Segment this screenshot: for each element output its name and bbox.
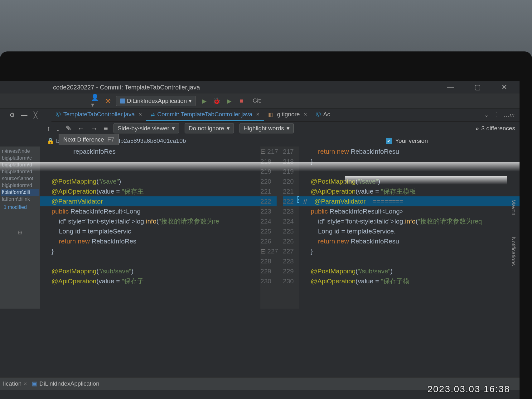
tooltip-next-difference: Next Difference F7 bbox=[59, 134, 119, 145]
code-line[interactable]: repackInfoRes bbox=[40, 147, 260, 156]
settings-gear-icon[interactable]: ⚙ bbox=[9, 111, 15, 119]
gear-icon[interactable]: ⚙ bbox=[1, 210, 39, 236]
run-configuration-dropdown[interactable]: DiLinkIndexApplication ▾ bbox=[116, 96, 196, 106]
code-line[interactable]: return new RebackInfoResu bbox=[299, 236, 520, 246]
code-line[interactable]: » @ParamValidator bbox=[40, 196, 260, 206]
chevron-down-icon: ▾ bbox=[227, 125, 230, 132]
highlight-dropdown[interactable]: Highlight words▾ bbox=[239, 123, 294, 133]
code-line[interactable]: public RebackInfoResult<Long bbox=[40, 206, 260, 216]
tab-close-icon[interactable]: × bbox=[23, 380, 27, 387]
code-line[interactable]: @ApiOperation(value = "保存主 bbox=[40, 186, 260, 196]
list-item[interactable]: big\platform\d bbox=[1, 182, 39, 189]
code-line[interactable]: @PostMapping("/sub/save") bbox=[40, 266, 260, 276]
list-item[interactable]: sources\annot bbox=[1, 175, 39, 182]
code-line[interactable] bbox=[299, 256, 520, 266]
close-icon[interactable]: ✕ bbox=[501, 83, 507, 91]
list-icon[interactable]: ≡ bbox=[104, 124, 108, 133]
diff-toolbar: ↑ ↓ Next Difference F7 ✎ ← → ≡ Side-by-s… bbox=[0, 122, 520, 135]
code-line[interactable] bbox=[40, 166, 260, 176]
diff-left-pane[interactable]: repackInfoRes @PostMapping("/save") @Api… bbox=[40, 147, 260, 309]
list-item[interactable]: big\platform\d bbox=[1, 161, 39, 168]
minimize-icon[interactable]: — bbox=[447, 83, 454, 91]
line-number: 221 bbox=[260, 186, 277, 196]
code-line[interactable] bbox=[40, 256, 260, 266]
tab-gitignore[interactable]: ◧ .gitignore × bbox=[264, 108, 311, 121]
viewer-mode-dropdown[interactable]: Side-by-side viewer▾ bbox=[114, 123, 179, 133]
code-line[interactable]: public RebackInfoResult<Long> bbox=[299, 206, 520, 216]
stop-icon[interactable]: ■ bbox=[237, 97, 246, 105]
tab-close-icon[interactable]: × bbox=[138, 111, 142, 118]
code-line[interactable]: @ApiOperation(value = "保存子模 bbox=[299, 276, 520, 286]
next-diff-icon[interactable]: ↓ Next Difference F7 bbox=[56, 124, 60, 133]
nav-forward-icon[interactable]: → bbox=[90, 124, 98, 133]
line-number: 225 bbox=[260, 226, 277, 236]
main-toolbar: 👤▾ ⚒ DiLinkIndexApplication ▾ ▶ 🐞 ▶ ■ Gi… bbox=[0, 94, 520, 108]
line-number: 229 bbox=[260, 266, 277, 276]
line-number: 220 bbox=[260, 176, 277, 186]
list-item[interactable]: n\invest\inde bbox=[1, 148, 39, 155]
panel-hide-icon[interactable]: ╳ bbox=[34, 111, 37, 119]
modified-count: 1 modified bbox=[1, 203, 39, 210]
debug-icon[interactable]: 🐞 bbox=[212, 97, 221, 105]
code-line[interactable]: } bbox=[40, 246, 260, 256]
ignore-dropdown[interactable]: Do not ignore▾ bbox=[185, 123, 234, 133]
app-icon bbox=[120, 99, 125, 103]
line-number: 225 bbox=[283, 226, 299, 236]
tab-close-icon[interactable]: × bbox=[303, 111, 307, 118]
window-title: code20230227 - Commit: TemplateTabContro… bbox=[53, 84, 438, 91]
list-item[interactable]: big\platform\d bbox=[1, 168, 39, 175]
code-line[interactable]: return new RebackInfoResu bbox=[299, 147, 520, 156]
hammer-build-icon[interactable]: ⚒ bbox=[104, 97, 112, 105]
code-line[interactable] bbox=[40, 156, 260, 166]
code-line[interactable]: @ApiOperation(value = "保存主模板 bbox=[299, 186, 520, 196]
line-number: 218 bbox=[283, 156, 299, 166]
right-gutter: 217218219220221222 ✔22322422522622722822… bbox=[280, 147, 299, 309]
code-line[interactable]: // @ParamValidator ======== bbox=[299, 196, 520, 206]
code-line[interactable]: Long id = templateServic bbox=[40, 226, 260, 236]
code-line[interactable]: @ApiOperation(value = "保存子 bbox=[40, 276, 260, 286]
changed-files-sidebar: n\invest\inde big\platform\c big\platfor… bbox=[0, 147, 40, 309]
code-line[interactable]: @PostMapping("/save") bbox=[40, 176, 260, 186]
user-icon[interactable]: 👤▾ bbox=[91, 97, 100, 105]
tab-close-icon[interactable]: × bbox=[256, 111, 259, 118]
code-line[interactable]: @PostMapping("/sub/save") bbox=[299, 266, 520, 276]
java-class-icon: Ⓒ bbox=[316, 111, 321, 118]
list-item[interactable]: l\platform\dili bbox=[1, 189, 39, 196]
code-line[interactable]: @PostMapping("/save") bbox=[299, 176, 520, 186]
code-line[interactable]: id" style="font-style:italic">log.info("… bbox=[40, 216, 260, 226]
your-version-checkbox[interactable]: ✔ bbox=[386, 138, 392, 144]
tab-commit-diff[interactable]: ⇄ Commit: TemplateTabController.java × bbox=[146, 108, 264, 121]
tab-ac[interactable]: Ⓒ Ac bbox=[312, 108, 335, 121]
run-coverage-icon[interactable]: ▶ bbox=[225, 97, 233, 105]
expand-icon[interactable]: » bbox=[476, 125, 479, 132]
line-number: 226 bbox=[283, 236, 299, 246]
maven-tool-label[interactable]: Maven bbox=[510, 200, 516, 215]
tab-template-controller[interactable]: Ⓒ TemplateTabController.java × bbox=[51, 108, 146, 121]
maximize-icon[interactable]: ▢ bbox=[474, 83, 481, 91]
photo-timestamp: 2023.03.03 16:38 bbox=[427, 384, 510, 394]
nav-back-icon[interactable]: ← bbox=[77, 124, 85, 133]
more-icon[interactable]: ⋮ bbox=[493, 111, 499, 118]
bottom-tab[interactable]: lication × bbox=[3, 380, 27, 387]
line-number: 223 bbox=[283, 206, 299, 216]
code-line[interactable]: Long id = templateService. bbox=[299, 226, 520, 236]
line-number: 222 ✔ bbox=[283, 196, 299, 206]
list-item[interactable]: big\platform\c bbox=[1, 155, 39, 161]
prev-diff-icon[interactable]: ↑ bbox=[47, 124, 51, 133]
edit-icon[interactable]: ✎ bbox=[65, 124, 72, 133]
code-line[interactable]: id" style="font-style:italic">log.info("… bbox=[299, 216, 520, 226]
line-number: 230 bbox=[283, 276, 299, 286]
code-line[interactable]: } bbox=[299, 156, 520, 166]
panel-minimize-icon[interactable]: — bbox=[21, 112, 27, 119]
code-line[interactable]: return new RebackInfoRes bbox=[40, 236, 260, 246]
diff-right-pane[interactable]: return new RebackInfoResu } @PostMapping… bbox=[299, 147, 520, 309]
run-icon[interactable]: ▶ bbox=[200, 97, 208, 105]
bottom-tab-label: DiLinkIndexApplication bbox=[39, 380, 99, 387]
line-number: 224 bbox=[283, 216, 299, 226]
code-line[interactable] bbox=[299, 166, 520, 176]
list-item[interactable]: latform\dilink bbox=[1, 196, 39, 203]
chevron-down-icon[interactable]: ⌄ bbox=[484, 111, 489, 118]
code-line[interactable]: } bbox=[299, 246, 520, 256]
notifications-tool-label[interactable]: Notifications bbox=[510, 237, 516, 266]
bottom-tab[interactable]: ▣ DiLinkIndexApplication bbox=[32, 380, 99, 387]
